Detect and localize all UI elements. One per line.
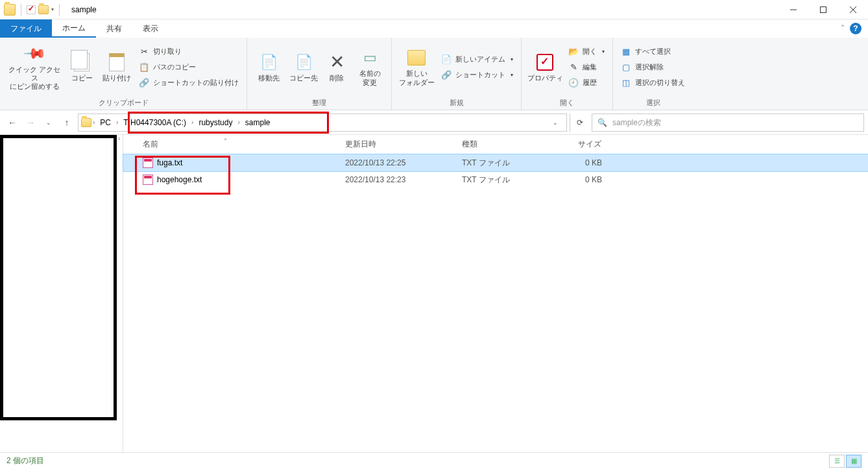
paste-shortcut-button[interactable]: 🔗ショートカットの貼り付け — [136, 77, 241, 90]
crumb-folder1[interactable]: rubystudy — [195, 114, 236, 131]
invert-selection-button[interactable]: ◫選択の切り替え — [618, 77, 688, 90]
delete-button[interactable]: ✕削除 — [322, 42, 351, 93]
file-list-pane: 名前 更新日時 種類 サイズ fuga.txt2022/10/13 22:25T… — [123, 135, 868, 452]
pin-to-quick-access-button[interactable]: 📌 クイック アクセス にピン留めする — [5, 42, 64, 93]
copy-button[interactable]: コピー — [66, 42, 97, 93]
back-button[interactable]: ← — [4, 114, 21, 131]
chevron-icon[interactable]: › — [93, 119, 95, 126]
file-row[interactable]: hogehoge.txt2022/10/13 22:23TXT ファイル0 KB — [123, 171, 868, 188]
properties-button[interactable]: プロパティ — [527, 42, 563, 93]
minimize-icon — [790, 6, 797, 13]
selectall-icon: ▦ — [621, 47, 631, 57]
window-controls — [778, 0, 868, 19]
group-label: 新規 — [392, 97, 521, 110]
address-bar[interactable]: › PC › TIH0447300A (C:) › rubystudy › sa… — [78, 114, 567, 132]
address-dropdown[interactable]: ⌄ — [547, 114, 564, 131]
delete-icon: ✕ — [326, 52, 347, 73]
new-item-button[interactable]: 📄新しいアイテム▾ — [439, 53, 516, 66]
titlebar: ▾ sample — [0, 0, 868, 19]
file-type: TXT ファイル — [454, 158, 551, 169]
copypath-icon: 📋 — [139, 62, 149, 73]
select-none-button[interactable]: ▢選択解除 — [618, 61, 688, 74]
separator — [59, 4, 60, 16]
open-icon: 📂 — [568, 47, 579, 57]
edit-button[interactable]: ✎編集 — [566, 61, 607, 74]
forward-button[interactable]: → — [22, 114, 39, 131]
view-details-button[interactable]: ☰ — [829, 455, 845, 468]
crumb-drive[interactable]: TIH0447300A (C:) — [119, 114, 190, 131]
qat-dropdown-icon[interactable]: ▾ — [51, 6, 54, 12]
paste-button[interactable]: 貼り付け — [100, 42, 134, 93]
svg-rect-1 — [821, 6, 826, 12]
quick-access-toolbar: ▾ — [0, 4, 66, 16]
move-to-button[interactable]: 📄移動先 — [252, 42, 285, 93]
ribbon: 📌 クイック アクセス にピン留めする コピー 貼り付け ✂切り取り 📋パスのコ… — [0, 38, 868, 110]
label: すべて選択 — [635, 47, 671, 56]
navigation-pane[interactable]: ‹ — [0, 135, 123, 452]
up-button[interactable]: ↑ — [58, 114, 75, 131]
folder-icon — [38, 5, 49, 14]
navigation-bar: ← → ⌄ ↑ › PC › TIH0447300A (C:) › rubyst… — [0, 110, 868, 135]
moveto-icon: 📄 — [258, 52, 279, 73]
group-open: プロパティ 📂開く▾ ✎編集 🕘履歴 開く — [522, 38, 613, 110]
column-type[interactable]: 種類 — [454, 139, 551, 150]
column-name[interactable]: 名前 — [123, 139, 337, 150]
recent-dropdown[interactable]: ⌄ — [40, 114, 57, 131]
column-size[interactable]: サイズ — [551, 139, 610, 150]
maximize-button[interactable] — [808, 0, 838, 19]
file-row[interactable]: fuga.txt2022/10/13 22:25TXT ファイル0 KB — [123, 154, 868, 171]
new-folder-icon — [406, 47, 427, 68]
collapse-ribbon-icon[interactable]: ˄ — [841, 24, 845, 33]
new-shortcut-button[interactable]: 🔗ショートカット▾ — [439, 69, 516, 82]
tab-share[interactable]: 共有 — [96, 19, 132, 38]
close-icon — [850, 6, 856, 13]
tab-file[interactable]: ファイル — [0, 19, 52, 38]
copy-icon — [71, 52, 92, 73]
help-icon[interactable]: ? — [850, 23, 862, 34]
column-headers: 名前 更新日時 種類 サイズ — [123, 135, 868, 154]
label: 貼り付け — [102, 74, 131, 82]
label: 選択解除 — [635, 62, 664, 72]
new-folder-button[interactable]: 新しい フォルダー — [397, 42, 436, 93]
tab-home[interactable]: ホーム — [52, 19, 96, 38]
file-date: 2022/10/13 22:23 — [337, 175, 454, 184]
open-button[interactable]: 📂開く▾ — [566, 45, 607, 58]
chevron-icon[interactable]: › — [237, 119, 239, 126]
close-button[interactable] — [838, 0, 868, 19]
folder-icon — [4, 4, 16, 16]
copy-to-button[interactable]: 📄コピー先 — [287, 42, 320, 93]
column-date[interactable]: 更新日時 — [337, 139, 454, 150]
view-icons-button[interactable]: ▦ — [846, 455, 862, 468]
search-box[interactable]: 🔍 — [592, 114, 864, 132]
redaction-box — [0, 135, 117, 420]
tab-view[interactable]: 表示 — [132, 19, 169, 38]
label: 削除 — [330, 74, 344, 82]
group-select: ▦すべて選択 ▢選択解除 ◫選択の切り替え 選択 — [613, 38, 693, 110]
label: 切り取り — [153, 47, 182, 56]
status-bar: 2 個の項目 ☰ ▦ — [0, 452, 868, 469]
history-button[interactable]: 🕘履歴 — [566, 77, 607, 90]
rename-button[interactable]: ▭名前の 変更 — [354, 42, 386, 93]
collapse-handle[interactable]: ‹ — [116, 135, 123, 142]
cut-icon: ✂ — [139, 47, 149, 57]
file-date: 2022/10/13 22:25 — [337, 158, 454, 167]
file-icon — [143, 158, 153, 168]
window-title: sample — [66, 5, 97, 14]
crumb-pc[interactable]: PC — [96, 114, 115, 131]
label: 履歴 — [583, 78, 597, 88]
content-body: ‹ 名前 更新日時 種類 サイズ fuga.txt2022/10/13 22:2… — [0, 135, 868, 452]
label: 編集 — [583, 62, 597, 72]
group-label: クリップボード — [0, 97, 247, 110]
copy-path-button[interactable]: 📋パスのコピー — [136, 61, 241, 74]
select-all-button[interactable]: ▦すべて選択 — [618, 45, 688, 58]
refresh-button[interactable]: ⟳ — [570, 114, 589, 132]
search-input[interactable] — [612, 118, 858, 127]
chevron-icon[interactable]: › — [116, 119, 118, 126]
chevron-icon[interactable]: › — [191, 119, 193, 126]
properties-qat-icon[interactable] — [27, 5, 36, 14]
crumb-folder2[interactable]: sample — [241, 114, 274, 131]
minimize-button[interactable] — [778, 0, 808, 19]
group-organize: 📄移動先 📄コピー先 ✕削除 ▭名前の 変更 整理 — [247, 38, 392, 110]
shortcut-icon: 🔗 — [139, 78, 149, 88]
cut-button[interactable]: ✂切り取り — [136, 45, 241, 58]
